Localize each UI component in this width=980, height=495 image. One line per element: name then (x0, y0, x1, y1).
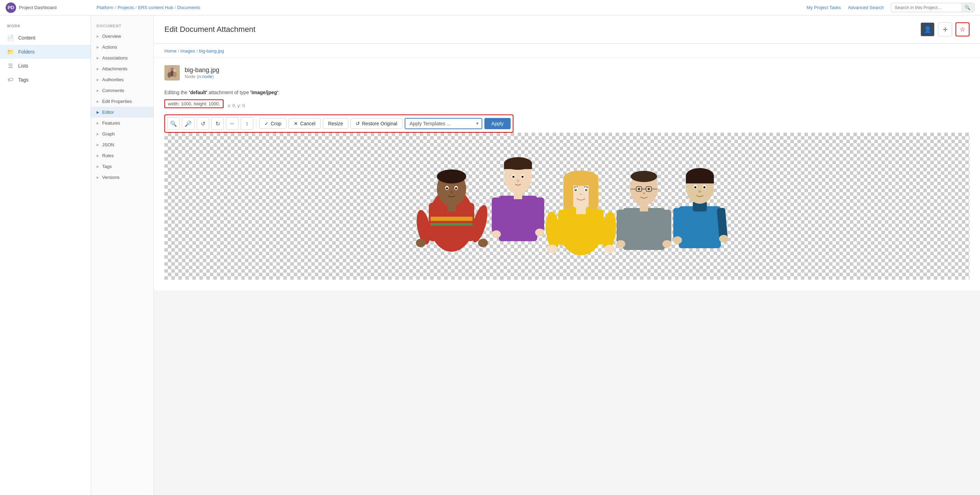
dimension-row: width: 1000, height: 1000, x: 0, y: 0 (164, 99, 969, 112)
svg-point-83 (719, 235, 728, 243)
tags-icon: 🏷 (7, 76, 14, 83)
content-breadcrumb: Home / images / big-bang.jpg (154, 44, 980, 58)
flip-h-button[interactable]: ↔ (226, 117, 239, 130)
x-icon: ✕ (294, 121, 298, 126)
template-select[interactable]: Apply Templates ... (406, 119, 475, 128)
doc-nav-actions[interactable]: ▶ Actions (91, 42, 154, 53)
doc-nav-overview[interactable]: ▶ Overview (91, 31, 154, 42)
breadcrumb-documents[interactable]: Documents (177, 5, 200, 10)
svg-rect-74 (686, 176, 714, 184)
main-layout: WORK 📄 Content 📁 Folders ☰ Lists 🏷 Tags … (0, 15, 980, 495)
image-toolbar: 🔍 🔎 ↺ ↻ ↔ ↕ (164, 115, 969, 133)
arrow-icon: ▶ (97, 99, 99, 103)
flip-v-button[interactable]: ↕ (241, 117, 253, 130)
svg-point-56 (631, 171, 657, 182)
doc-nav-rules[interactable]: ▶ Rules (91, 150, 154, 161)
doc-nav-versions[interactable]: ▶ Versions (91, 172, 154, 183)
svg-rect-54 (623, 208, 665, 250)
svg-point-22 (416, 239, 426, 247)
sidebar-label-folders: Folders (18, 49, 35, 54)
svg-rect-27 (504, 163, 532, 169)
apply-button[interactable]: Apply (484, 118, 511, 129)
page-title: Edit Document Attachment (164, 25, 255, 34)
sidebar-item-tags[interactable]: 🏷 Tags (0, 73, 91, 87)
sidebar-label-lists: Lists (18, 63, 28, 69)
user-icon-button[interactable]: 👤 (921, 22, 934, 37)
search-input[interactable] (891, 3, 961, 12)
doc-nav-editor[interactable]: ▶ Editor (91, 107, 154, 118)
logo-icon: PD (6, 2, 16, 13)
svg-rect-70 (679, 206, 721, 248)
svg-point-79 (698, 190, 701, 193)
sidebar-item-content[interactable]: 📄 Content (0, 31, 91, 45)
content-header: Edit Document Attachment 👤 ✛ ☆ (154, 15, 980, 44)
resize-button[interactable]: Resize (323, 118, 348, 129)
svg-point-18 (450, 191, 453, 193)
template-select-wrapper: Apply Templates ... ▼ (405, 118, 482, 129)
doc-nav-json[interactable]: ▶ JSON (91, 139, 154, 150)
doc-thumbnail (164, 65, 180, 80)
breadcrumb-file[interactable]: big-bang.jpg (199, 48, 224, 54)
breadcrumb-projects[interactable]: Projects (118, 5, 134, 10)
crosshair-icon: ✛ (943, 26, 948, 33)
rotate-right-button[interactable]: ↻ (211, 117, 224, 130)
svg-point-37 (535, 228, 544, 236)
tool-icon-button[interactable]: ✛ (938, 22, 952, 37)
doc-nav-comments[interactable]: ▶ Comments (91, 85, 154, 96)
editing-label: Editing the 'default' attachment of type… (164, 89, 969, 95)
svg-point-5 (171, 67, 174, 71)
sidebar-label-content: Content (18, 35, 35, 41)
svg-point-46 (574, 189, 577, 192)
breadcrumb-images[interactable]: images (180, 48, 195, 54)
doc-nav-edit-properties[interactable]: ▶ Edit Properties (91, 96, 154, 107)
right-navigation: My Project Tasks Advanced Search 🔍 (807, 3, 974, 12)
svg-point-36 (492, 230, 501, 238)
svg-point-3 (173, 72, 177, 77)
arrow-icon: ▶ (97, 164, 99, 168)
doc-nav-attachments[interactable]: ▶ Attachments (91, 63, 154, 74)
cast-illustration (164, 133, 969, 280)
svg-point-48 (579, 193, 582, 195)
doc-nav-tags[interactable]: ▶ Tags (91, 161, 154, 172)
star-button[interactable]: ☆ (956, 22, 969, 37)
svg-rect-10 (431, 217, 473, 221)
main-content: Edit Document Attachment 👤 ✛ ☆ Home / im… (154, 15, 980, 495)
rotate-left-icon: ↺ (201, 120, 205, 127)
sidebar-item-lists[interactable]: ☰ Lists (0, 59, 91, 73)
breadcrumb-ers[interactable]: ERS content Hub (138, 5, 173, 10)
node-link[interactable]: n:node (198, 74, 212, 79)
doc-nav-associations[interactable]: ▶ Associations (91, 53, 154, 63)
svg-point-47 (585, 189, 587, 192)
zoom-in-button[interactable]: 🔎 (182, 117, 194, 130)
cancel-button[interactable]: ✕ Cancel (288, 118, 321, 129)
svg-rect-49 (576, 208, 586, 214)
svg-point-68 (616, 240, 625, 248)
dimension-box: width: 1000, height: 1000, (164, 99, 223, 108)
advanced-search-link[interactable]: Advanced Search (848, 5, 884, 10)
arrow-icon: ▶ (97, 143, 99, 147)
doc-nav-authorities[interactable]: ▶ Authorities (91, 74, 154, 85)
arrow-icon: ▶ (97, 176, 99, 179)
breadcrumb-platform[interactable]: Platform (97, 5, 113, 10)
zoom-out-button[interactable]: 🔍 (167, 117, 180, 130)
arrow-icon: ▶ (97, 67, 99, 71)
breadcrumb-home[interactable]: Home (164, 48, 177, 54)
restore-button[interactable]: ↺ Restore Original (350, 118, 402, 129)
svg-point-63 (648, 188, 650, 190)
doc-node-label: Node (n:node) (185, 74, 219, 79)
search-button[interactable]: 🔍 (961, 3, 974, 12)
svg-rect-24 (499, 196, 537, 241)
zoom-in-icon: 🔎 (185, 120, 192, 127)
toolbar-separator (256, 119, 256, 128)
arrow-icon: ▶ (97, 45, 99, 49)
my-tasks-link[interactable]: My Project Tasks (807, 5, 841, 10)
svg-rect-39 (558, 210, 604, 245)
doc-nav-graph[interactable]: ▶ Graph (91, 128, 154, 139)
svg-point-23 (478, 239, 488, 247)
rotate-left-button[interactable]: ↺ (197, 117, 209, 130)
svg-point-4 (168, 69, 171, 72)
logo-area: PD Project Dashboard (6, 2, 97, 13)
sidebar-item-folders[interactable]: 📁 Folders (0, 45, 91, 59)
doc-nav-features[interactable]: ▶ Features (91, 118, 154, 128)
crop-button[interactable]: ✓ Crop (259, 118, 286, 129)
